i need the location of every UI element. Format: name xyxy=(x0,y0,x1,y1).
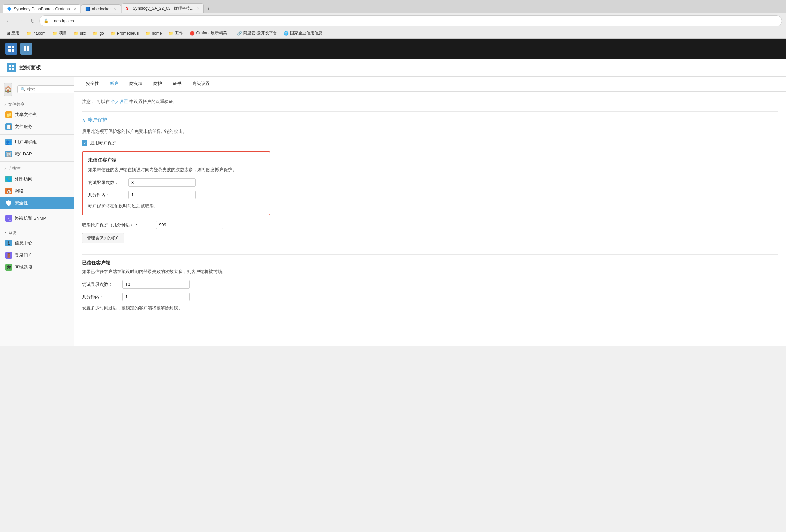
folder-icon-6: 📁 xyxy=(145,31,150,36)
cancel-protection-label: 取消帐户保护（几分钟后）： xyxy=(82,222,156,228)
security-label: 安全性 xyxy=(15,200,28,206)
bookmark-work[interactable]: 📁 工作 xyxy=(166,29,186,37)
login-attempts-row: 尝试登录次数： xyxy=(88,178,264,187)
control-panel-header: 控制面板 xyxy=(0,59,786,77)
sidebar-item-domain-ldap[interactable]: 🏢 域/LDAP xyxy=(0,148,74,160)
bookmark-grafana[interactable]: 🔴 Grafana展示精美... xyxy=(187,29,233,37)
svg-rect-2 xyxy=(8,49,11,52)
svg-rect-1 xyxy=(12,46,15,48)
browser-chrome: 🔷 Synology DashBoard - Grafana ✕ 🟦 abcdo… xyxy=(0,0,786,39)
bookmark-home[interactable]: 📁 home xyxy=(142,30,164,36)
file-sharing-section[interactable]: ∧ 文件共享 xyxy=(0,99,74,109)
notice-bar: 注意： 可以在 个人设置 中设置帐户的双重验证。 xyxy=(82,98,778,105)
sidebar-item-network[interactable]: 🏠 网络 xyxy=(0,185,74,197)
tab-2-close[interactable]: ✕ xyxy=(114,7,117,11)
tab-3[interactable]: S Synology_SA_22_03 | 群晖科技... ✕ xyxy=(122,3,204,14)
url-bar-row: ← → ↻ 🔒 xyxy=(0,14,786,28)
notice-suffix: 中设置帐户的双重验证。 xyxy=(130,99,178,104)
url-input[interactable] xyxy=(51,17,778,25)
sidebar-item-info-center[interactable]: ℹ 信息中心 xyxy=(0,237,74,249)
folder-icon-3: 📁 xyxy=(74,31,79,36)
tab-2[interactable]: 🟦 abcdocker ✕ xyxy=(81,4,121,14)
search-input[interactable] xyxy=(27,87,77,92)
sidebar-item-shared-folder[interactable]: 📁 共享文件夹 xyxy=(0,109,74,121)
svg-rect-5 xyxy=(27,46,29,51)
svg-rect-9 xyxy=(12,68,14,70)
file-services-icon: 📋 xyxy=(5,123,12,130)
connectivity-label: 连接性 xyxy=(8,166,21,171)
tab-security[interactable]: 安全性 xyxy=(81,77,105,91)
sidebar-item-external-access[interactable]: 🌐 外部访问 xyxy=(0,173,74,185)
login-attempts-label: 尝试登录次数： xyxy=(88,180,129,186)
account-protection-header[interactable]: ∧ 帐户保护 xyxy=(82,117,778,123)
bookmark-project[interactable]: 📁 项目 xyxy=(50,29,70,37)
manage-accounts-button[interactable]: 管理被保护的帐户 xyxy=(82,233,124,244)
system-label: 系统 xyxy=(8,230,17,236)
tab-account[interactable]: 帐户 xyxy=(105,77,124,91)
sidebar-item-file-services[interactable]: 📋 文件服务 xyxy=(0,121,74,133)
shared-folder-icon: 📁 xyxy=(5,111,12,118)
app-settings-icon[interactable] xyxy=(20,43,32,55)
bookmark-ukx[interactable]: 📁 ukx xyxy=(71,30,89,36)
bookmark-apps[interactable]: ⊞ 应用 xyxy=(4,29,22,37)
sidebar-item-terminal-snmp[interactable]: >_ 终端机和 SNMP xyxy=(0,212,74,224)
home-button[interactable]: 🏠 xyxy=(4,83,12,96)
forward-button[interactable]: → xyxy=(16,17,26,25)
bookmark-i4t[interactable]: 📁 i4t.com xyxy=(24,30,48,36)
user-group-label: 用户与群组 xyxy=(15,139,37,145)
tab-1[interactable]: 🔷 Synology DashBoard - Grafana ✕ xyxy=(3,4,80,14)
tab-2-favicon: 🟦 xyxy=(85,7,90,11)
apps-icon: ⊞ xyxy=(7,31,10,36)
tab-protection[interactable]: 防护 xyxy=(148,77,167,91)
info-center-icon: ℹ xyxy=(5,240,12,247)
file-sharing-label: 文件共享 xyxy=(8,101,25,107)
cancel-protection-input[interactable] xyxy=(156,221,223,229)
svg-rect-8 xyxy=(9,68,11,70)
folder-icon-1: 📁 xyxy=(26,31,31,36)
connectivity-section[interactable]: ∧ 连接性 xyxy=(0,163,74,173)
bookmark-go[interactable]: 📁 go xyxy=(90,30,106,36)
tab-1-favicon: 🔷 xyxy=(7,7,12,11)
sidebar-item-regional[interactable]: 🗺 区域选项 xyxy=(0,261,74,273)
enable-account-protection-row: ✓ 启用帐户保护 xyxy=(82,140,778,146)
system-section[interactable]: ∧ 系统 xyxy=(0,227,74,237)
bookmark-home-label: home xyxy=(152,31,162,36)
bookmark-enterprise[interactable]: 🌐 国家企业信用信息... xyxy=(281,29,328,37)
tab-3-close[interactable]: ✕ xyxy=(196,7,199,10)
back-button[interactable]: ← xyxy=(4,17,14,25)
section-collapse-icon: ∧ xyxy=(82,117,85,123)
sidebar-item-user-group[interactable]: 👥 用户与群组 xyxy=(0,136,74,148)
folder-icon-5: 📁 xyxy=(111,31,116,36)
tab-firewall[interactable]: 防火墙 xyxy=(124,77,148,91)
enable-account-protection-label: 启用帐户保护 xyxy=(90,140,116,146)
bookmarks-bar: ⊞ 应用 📁 i4t.com 📁 项目 📁 ukx 📁 go 📁 Prometh… xyxy=(0,28,786,38)
content-body: 注意： 可以在 个人设置 中设置帐户的双重验证。 ∧ 帐户保护 启用此选项可保护… xyxy=(74,92,786,323)
enterprise-icon: 🌐 xyxy=(284,31,289,36)
tab-certificate[interactable]: 证书 xyxy=(167,77,187,91)
bookmark-aliyun[interactable]: 🔗 阿里云-云开发平台 xyxy=(234,29,280,37)
new-tab-button[interactable]: + xyxy=(204,5,213,14)
bookmark-project-label: 项目 xyxy=(59,30,67,36)
terminal-icon: >_ xyxy=(5,215,12,222)
personal-settings-link[interactable]: 个人设置 xyxy=(111,99,128,104)
svg-rect-3 xyxy=(12,49,15,52)
tab-3-favicon: S xyxy=(126,6,131,11)
tab-3-title: Synology_SA_22_03 | 群晖科技... xyxy=(133,6,193,11)
login-attempts-input[interactable] xyxy=(129,178,196,187)
main-layout: 🏠 🔍 ∧ 文件共享 📁 共享文件夹 📋 文件服务 👥 用户与群组 🏢 域/LD xyxy=(0,77,786,346)
sidebar-item-login-portal[interactable]: 🚪 登录门户 xyxy=(0,249,74,261)
tab-1-close[interactable]: ✕ xyxy=(73,7,76,11)
refresh-button[interactable]: ↻ xyxy=(28,17,37,25)
sidebar-item-security[interactable]: 安全性 xyxy=(0,197,74,209)
bookmark-i4t-label: i4t.com xyxy=(32,31,46,36)
enable-account-protection-checkbox[interactable]: ✓ xyxy=(82,140,87,146)
bookmark-prometheus[interactable]: 📁 Prometheus xyxy=(108,30,141,36)
minutes-input[interactable] xyxy=(129,191,196,199)
app-grid-icon[interactable] xyxy=(5,43,18,55)
trusted-minutes-input[interactable] xyxy=(122,293,190,301)
domain-ldap-label: 域/LDAP xyxy=(15,151,32,157)
tab-advanced[interactable]: 高级设置 xyxy=(187,77,215,91)
trusted-login-attempts-input[interactable] xyxy=(122,280,190,288)
control-panel-icon xyxy=(7,63,16,72)
trusted-minutes-row: 几分钟内： xyxy=(82,293,778,301)
